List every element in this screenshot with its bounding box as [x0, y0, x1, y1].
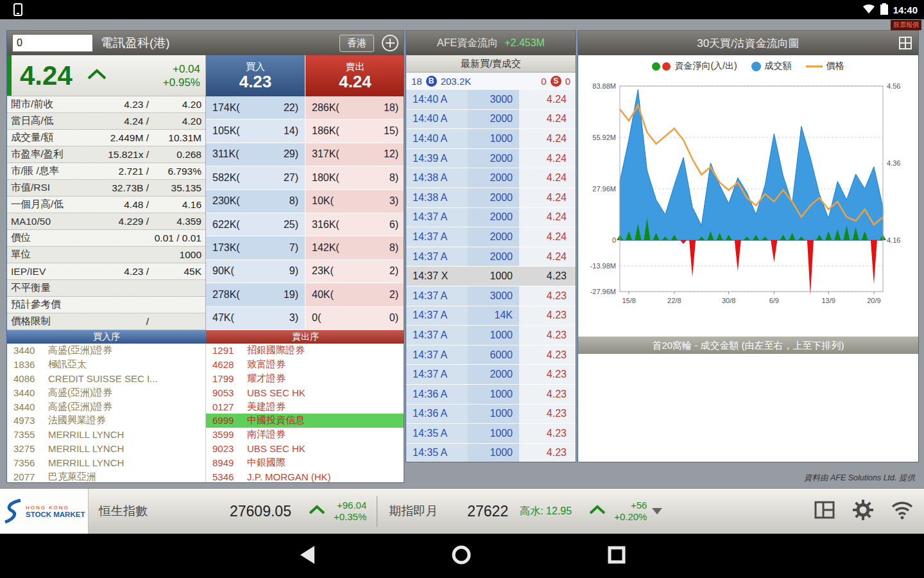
bid-queue-row[interactable]: 311K( 29)	[206, 143, 305, 166]
bid-queue-row[interactable]: 230K( 8)	[206, 190, 305, 213]
sell-badge-icon: S	[551, 76, 561, 87]
tick-volume: 2000	[468, 247, 519, 267]
stat-value-2: 35.135	[149, 182, 201, 194]
back-button[interactable]	[298, 545, 316, 568]
bid-queue-row[interactable]: 47K( 3)	[206, 307, 305, 330]
ask-queue-row[interactable]: 23K( 2)	[305, 260, 404, 283]
tick-time: 14:37 A	[406, 346, 468, 365]
buy-broker-row[interactable]: 3440 高盛(亞洲)證券	[7, 344, 205, 358]
buy-broker-row[interactable]: 2077 巴克萊亞洲	[7, 469, 205, 483]
broker-id: 1291	[212, 345, 247, 356]
ask-count: 6)	[389, 219, 398, 231]
futures-dropdown-icon[interactable]	[652, 508, 662, 514]
ask-queue-row[interactable]: 0( 0)	[305, 307, 404, 330]
recents-button[interactable]	[607, 545, 626, 567]
bid-queue-row[interactable]: 278K( 19)	[206, 283, 305, 306]
ask-count: 0)	[389, 312, 398, 324]
ask-qty: 23K(	[312, 265, 334, 277]
svg-text:-13.98M: -13.98M	[590, 262, 616, 270]
sell-broker-row[interactable]: 6999 中國投資信息	[206, 414, 404, 428]
bid-qty: 582K(	[212, 172, 240, 184]
sell-broker-row[interactable]: 0127 美建證券	[206, 399, 404, 414]
sell-broker-row[interactable]: 3599 南洋證券	[206, 428, 404, 442]
bid-queue-row[interactable]: 173K( 7)	[206, 236, 305, 259]
buy-broker-row[interactable]: 4086 CREDIT SUISSE SEC I...	[7, 372, 205, 386]
market-button[interactable]: 香港	[339, 35, 374, 52]
buy-broker-row[interactable]: 7355 MERRILL LYNCH	[7, 428, 205, 442]
sell-broker-row[interactable]: 1799 耀才證券	[206, 372, 404, 386]
sell-broker-row[interactable]: 9023 UBS SEC HK	[206, 442, 404, 456]
stock-code-input[interactable]	[12, 34, 93, 52]
ask-queue-row[interactable]: 316K( 6)	[305, 213, 404, 236]
ask-queue-row[interactable]: 286K( 18)	[305, 96, 404, 119]
ask-queue-row[interactable]: 180K( 8)	[305, 166, 404, 189]
broker-id: 7356	[13, 457, 48, 468]
bid-ask-column: 買入 4.23 賣出 4.24 174K( 22) 105K(	[206, 55, 404, 330]
bid-header[interactable]: 買入 4.23	[206, 55, 305, 96]
stat-label: 不平衡量	[11, 281, 89, 295]
bid-queue-row[interactable]: 105K( 14)	[206, 119, 305, 143]
buy-broker-row[interactable]: 4973 法國興業證券	[7, 414, 205, 428]
wifi-icon[interactable]	[891, 500, 914, 522]
panes-icon[interactable]	[899, 37, 912, 53]
add-icon[interactable]	[382, 35, 398, 51]
sell-broker-row[interactable]: 1291 招銀國際證券	[206, 344, 404, 358]
legend-turnover-label: 成交額	[765, 60, 792, 72]
gear-icon[interactable]	[852, 499, 874, 523]
ask-queue-row[interactable]: 186K( 15)	[305, 119, 404, 143]
ask-queue-row[interactable]: 142K( 8)	[305, 236, 404, 259]
chart-title: 30天買/沽資金流向圖	[697, 36, 800, 51]
ask-queue-row[interactable]: 317K( 12)	[305, 143, 404, 166]
sell-broker-row[interactable]: 5346 J.P. MORGAN (HK)	[206, 469, 404, 483]
status-clock: 14:40	[893, 4, 918, 15]
trade-tick-row: 14:38 A 2000 4.24	[406, 168, 576, 188]
svg-text:4.16: 4.16	[887, 236, 900, 244]
sell-broker-row[interactable]: 9053 UBS SEC HK	[206, 385, 404, 399]
sell-count: 0	[541, 76, 546, 87]
stat-value-1: 15.821x /	[89, 149, 149, 161]
turnover-dot-icon	[751, 62, 761, 71]
layout-icon[interactable]	[814, 499, 835, 523]
tick-volume: 14K	[468, 306, 519, 326]
ask-header[interactable]: 賣出 4.24	[305, 55, 404, 96]
tick-time: 14:35 A	[406, 424, 468, 443]
tick-price: 4.24	[519, 149, 576, 168]
buy-broker-row[interactable]: 3440 高盛(亞洲)證券	[7, 385, 205, 399]
logo-swoosh-icon	[4, 498, 23, 525]
stat-value-2: 10.31M	[149, 132, 201, 144]
sell-broker-row[interactable]: 4628 致富證券	[206, 358, 404, 372]
bid-queue-row[interactable]: 90K( 9)	[206, 260, 305, 283]
buy-broker-row[interactable]: 7356 MERRILL LYNCH	[7, 455, 205, 469]
quote-stats: 開市/前收 4.23 / 4.20 當日高/低 4.24 / 4.20 成交量/…	[7, 96, 205, 330]
ask-queue-row[interactable]: 40K( 2)	[305, 283, 404, 306]
broker-id: 7355	[13, 429, 48, 440]
stat-label: 市值/RSI	[11, 181, 89, 195]
bid-queue-row[interactable]: 622K( 25)	[206, 213, 305, 236]
trade-tick-row: 14:37 A 14K 4.23	[406, 306, 576, 326]
bid-label: 買入	[246, 61, 265, 72]
broker-name: UBS SEC HK	[247, 443, 404, 454]
tick-volume: 1000	[468, 444, 519, 462]
sell-broker-row[interactable]: 8949 中銀國際	[206, 455, 404, 469]
bid-queue-row[interactable]: 174K( 22)	[206, 96, 305, 119]
quote-stat-row: 當日高/低 4.24 / 4.20	[7, 113, 205, 130]
trade-tick-row: 14:40 A 2000 4.24	[406, 110, 576, 129]
home-button[interactable]	[450, 544, 472, 568]
buy-broker-row[interactable]: 1836 極訊亞太	[7, 358, 205, 372]
buy-broker-row[interactable]: 3440 高盛(亞洲)證券	[7, 399, 205, 414]
toolbar-divider	[377, 496, 377, 527]
bid-queue-row[interactable]: 582K( 27)	[206, 166, 305, 189]
stat-value-1: 4.48 /	[89, 199, 149, 211]
ask-queue-row[interactable]: 10K( 3)	[305, 190, 404, 213]
buy-broker-row[interactable]: 3275 MERRILL LYNCH	[7, 442, 205, 456]
warrants-header: 首20窩輪 - 成交金額 (由左至右，上至下排列)	[578, 337, 918, 354]
bid-count: 3)	[289, 312, 298, 324]
tick-volume: 1000	[468, 267, 519, 286]
chart-panel-header: 30天買/沽資金流向圖	[578, 31, 918, 55]
bid-count: 14)	[284, 125, 298, 137]
tick-price: 4.24	[519, 90, 576, 109]
broker-name: MERRILL LYNCH	[48, 429, 205, 440]
bid-price: 4.23	[239, 72, 272, 91]
trade-tick-row: 14:37 A 6000 4.23	[406, 346, 576, 365]
broker-name: MERRILL LYNCH	[48, 457, 205, 468]
